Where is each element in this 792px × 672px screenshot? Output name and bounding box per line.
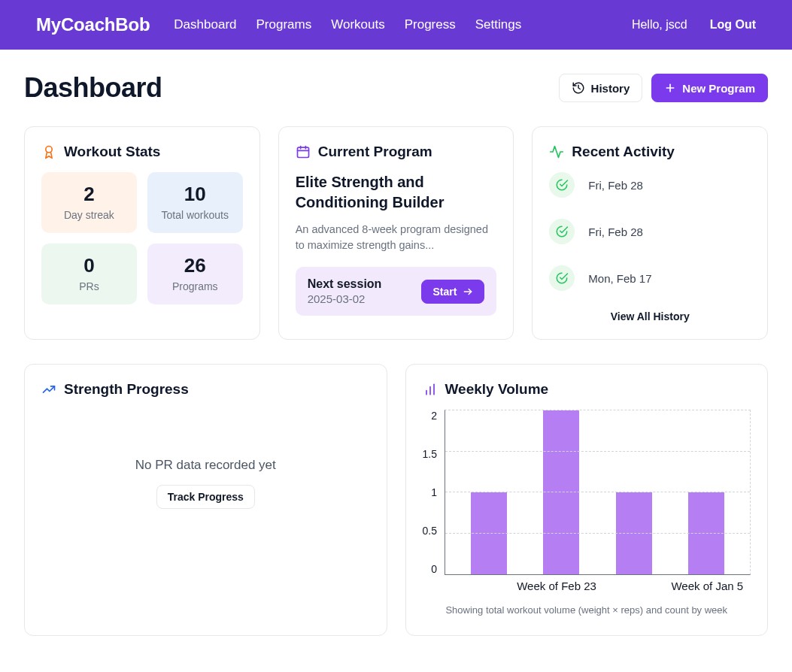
topbar-right: Hello, jscd Log Out	[632, 18, 756, 32]
chart-caption: Showing total workout volume (weight × r…	[423, 604, 751, 616]
view-all-history-link[interactable]: View All History	[549, 310, 751, 322]
chart-bar	[616, 492, 652, 574]
nav-workouts[interactable]: Workouts	[331, 17, 385, 32]
main-nav: Dashboard Programs Workouts Progress Set…	[174, 17, 521, 32]
plus-icon	[664, 82, 676, 94]
page-body: Dashboard History New Program	[0, 50, 792, 666]
program-name: Elite Strength and Conditioning Builder	[296, 172, 497, 213]
activity-icon	[549, 144, 564, 159]
stat-label: Day streak	[41, 209, 137, 221]
page-head: Dashboard History New Program	[24, 72, 768, 104]
weekly-volume-card: Weekly Volume 21.510.50 Week of Feb 23We…	[405, 364, 769, 636]
chart-y-tick: 0	[431, 563, 437, 575]
chart-bar	[688, 492, 724, 574]
check-circle-icon	[549, 265, 575, 291]
greeting-text: Hello, jscd	[632, 18, 687, 32]
stat-label: PRs	[41, 280, 137, 292]
chart-x-axis: Week of Feb 23Week of Jan 5	[423, 580, 751, 592]
history-button[interactable]: History	[559, 74, 643, 102]
stat-tile-streak: 2 Day streak	[41, 172, 137, 233]
activity-item[interactable]: Fri, Feb 28	[549, 219, 751, 244]
nav-programs[interactable]: Programs	[256, 17, 312, 32]
stat-label: Programs	[147, 280, 243, 292]
history-button-label: History	[591, 83, 630, 94]
chart-x-tick: Week of Jan 5	[671, 580, 743, 592]
start-button-label: Start	[432, 286, 457, 297]
activity-item[interactable]: Mon, Feb 17	[549, 265, 751, 291]
stat-tile-programs: 26 Programs	[147, 244, 243, 304]
trending-up-icon	[41, 382, 56, 397]
chart: 21.510.50	[423, 410, 751, 575]
empty-state-text: No PR data recorded yet	[135, 458, 276, 473]
track-progress-button[interactable]: Track Progress	[156, 485, 255, 509]
award-icon	[41, 144, 56, 159]
history-icon	[572, 81, 585, 95]
nav-settings[interactable]: Settings	[475, 17, 521, 32]
strength-progress-title: Strength Progress	[64, 381, 189, 398]
new-program-button-label: New Program	[682, 83, 755, 94]
current-program-card: Current Program Elite Strength and Condi…	[278, 126, 514, 340]
workout-stats-card: Workout Stats 2 Day streak 10 Total work…	[24, 126, 260, 340]
bar-chart-icon	[423, 382, 438, 397]
chart-y-tick: 1	[431, 486, 437, 498]
stat-value: 2	[41, 183, 137, 206]
brand-logo[interactable]: MyCoachBob	[36, 14, 150, 35]
check-circle-icon	[549, 172, 575, 198]
program-description: An advanced 8-week program designed to m…	[296, 222, 497, 253]
recent-activity-card: Recent Activity Fri, Feb 28 Fri, Feb 28	[532, 126, 768, 340]
page-title: Dashboard	[24, 72, 162, 104]
strength-progress-card: Strength Progress No PR data recorded ye…	[24, 364, 387, 636]
calendar-icon	[296, 144, 311, 159]
svg-rect-3	[297, 147, 308, 157]
next-session-box: Next session 2025-03-02 Start	[296, 267, 497, 316]
activity-date: Fri, Feb 28	[588, 179, 643, 192]
activity-item[interactable]: Fri, Feb 28	[549, 172, 751, 198]
logout-link[interactable]: Log Out	[710, 18, 756, 32]
current-program-title: Current Program	[318, 144, 432, 160]
chart-y-axis: 21.510.50	[423, 410, 440, 575]
nav-progress[interactable]: Progress	[405, 17, 456, 32]
head-actions: History New Program	[559, 74, 768, 102]
chart-bars	[445, 410, 750, 574]
stat-value: 0	[41, 254, 137, 277]
stat-tile-total: 10 Total workouts	[147, 172, 243, 233]
recent-activity-title: Recent Activity	[572, 144, 675, 160]
nav-dashboard[interactable]: Dashboard	[174, 17, 236, 32]
track-progress-label: Track Progress	[168, 492, 244, 502]
activity-date: Mon, Feb 17	[588, 272, 651, 285]
chart-y-tick: 2	[431, 410, 437, 422]
check-circle-icon	[549, 219, 575, 244]
activity-list: Fri, Feb 28 Fri, Feb 28 Mon, Feb 17	[549, 172, 751, 291]
svg-point-2	[46, 147, 52, 153]
empty-state: No PR data recorded yet Track Progress	[41, 410, 370, 509]
chart-bar	[471, 492, 507, 574]
chart-bar	[543, 410, 579, 574]
chart-plot	[445, 410, 751, 575]
workout-stats-title: Workout Stats	[64, 144, 160, 160]
stat-label: Total workouts	[147, 209, 243, 221]
activity-date: Fri, Feb 28	[588, 226, 643, 238]
stat-tile-prs: 0 PRs	[41, 244, 137, 304]
chart-x-tick: Week of Feb 23	[517, 580, 596, 592]
stat-value: 10	[147, 183, 243, 206]
chart-y-tick: 0.5	[423, 525, 437, 537]
topbar: MyCoachBob Dashboard Programs Workouts P…	[0, 0, 792, 50]
weekly-volume-title: Weekly Volume	[445, 381, 549, 398]
next-session-date: 2025-03-02	[308, 292, 382, 305]
stat-grid: 2 Day streak 10 Total workouts 0 PRs 26 …	[41, 172, 243, 304]
new-program-button[interactable]: New Program	[651, 74, 768, 102]
cards-row: Workout Stats 2 Day streak 10 Total work…	[24, 126, 768, 340]
chart-x-tick	[611, 580, 657, 592]
stat-value: 26	[147, 254, 243, 277]
chart-y-tick: 1.5	[423, 448, 437, 460]
lower-row: Strength Progress No PR data recorded ye…	[24, 364, 768, 636]
chart-x-tick	[457, 580, 502, 592]
next-session-label: Next session	[308, 277, 382, 291]
start-session-button[interactable]: Start	[421, 280, 484, 304]
arrow-right-icon	[463, 286, 473, 297]
